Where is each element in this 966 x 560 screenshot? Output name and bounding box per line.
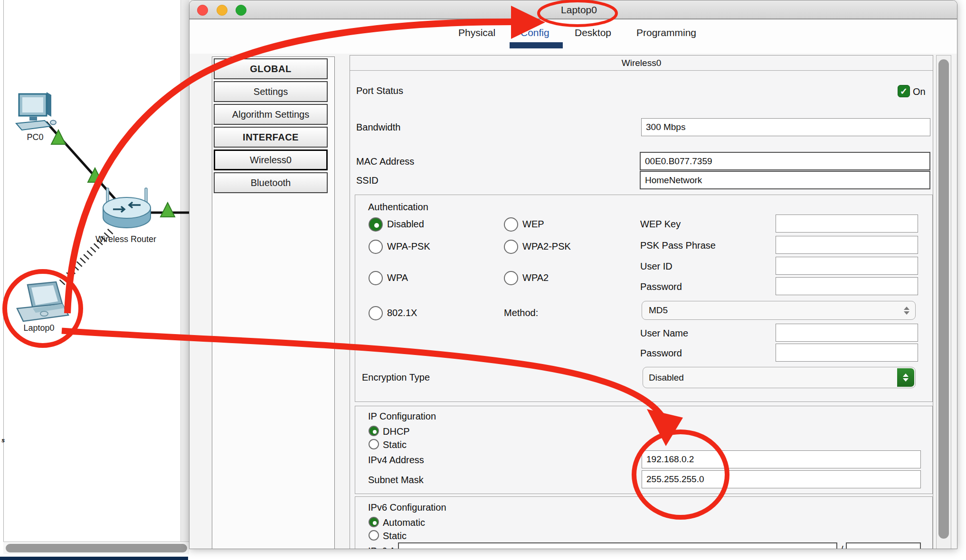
radio-label-wep: WEP [522, 219, 544, 230]
radio-auth-disabled[interactable] [369, 217, 383, 232]
sidebar-header-interface: INTERFACE [214, 127, 328, 148]
authentication-section: Authentication Disabled WEP WPA-PSK WPA2… [355, 195, 933, 402]
sidebar-item-wireless0[interactable]: Wireless0 [214, 149, 328, 170]
authentication-title: Authentication [368, 202, 428, 213]
link-status-triangle [51, 130, 66, 144]
password2-input[interactable] [776, 344, 918, 362]
radio-dhcp[interactable] [369, 426, 379, 436]
ipv4-address-label: IPv4 Address [368, 455, 424, 466]
select-chevrons-icon [897, 368, 914, 387]
psk-pass-phrase-input[interactable] [776, 236, 918, 254]
radio-ip-static[interactable] [369, 439, 379, 449]
panel-title: Wireless0 [350, 56, 933, 71]
user-name-label: User Name [640, 328, 688, 339]
encryption-type-select[interactable]: Disabled [643, 367, 916, 388]
tab-physical[interactable]: Physical [458, 27, 495, 38]
mac-address-label: MAC Address [356, 156, 414, 167]
radio-label-wpa-psk: WPA-PSK [387, 241, 430, 252]
tab-strip: Physical Config Desktop Programming [189, 19, 957, 54]
radio-auth-wpa2-psk[interactable] [504, 240, 518, 254]
method-select[interactable]: MD5 [642, 301, 916, 320]
config-vertical-scrollbar-thumb[interactable] [938, 59, 949, 539]
method-label: Method: [504, 308, 538, 318]
window-titlebar[interactable]: Laptop0 [189, 0, 957, 19]
password-input[interactable] [776, 277, 918, 295]
tab-config[interactable]: Config [521, 27, 549, 38]
radio-label-8021x: 802.1X [387, 308, 417, 318]
active-tab-underline [510, 42, 563, 48]
user-id-input[interactable] [776, 257, 918, 275]
wep-key-input[interactable] [776, 215, 918, 233]
password-label: Password [640, 281, 682, 292]
device-label-pc0: PC0 [27, 132, 43, 142]
device-pc0-icon[interactable] [16, 92, 56, 130]
ipv4-address-input[interactable]: 192.168.0.2 [642, 450, 921, 468]
device-label-laptop0: Laptop0 [23, 323, 54, 333]
subnet-mask-label: Subnet Mask [368, 475, 424, 485]
radio-label-ipv6-static: Static [383, 531, 407, 541]
sidebar-item-algorithm-settings[interactable]: Algorithm Settings [214, 104, 328, 125]
sidebar-header-global: GLOBAL [214, 58, 328, 79]
sidebar-item-settings[interactable]: Settings [214, 81, 328, 102]
subnet-mask-input[interactable]: 255.255.255.0 [642, 470, 921, 488]
tab-desktop[interactable]: Desktop [575, 27, 611, 38]
bandwidth-label: Bandwidth [356, 122, 400, 133]
ip-configuration-title: IP Configuration [368, 411, 436, 422]
password2-label: Password [640, 348, 682, 359]
screen: s PC0 Wireless Router [0, 0, 966, 560]
radio-label-dhcp: DHCP [383, 426, 410, 437]
device-label-wireless-router: Wireless Router [95, 234, 156, 244]
bandwidth-input[interactable]: 300 Mbps [641, 118, 930, 136]
radio-ipv6-static[interactable] [369, 530, 379, 541]
wireless0-config-panel: Wireless0 Port Status ✓ On Bandwidth 300… [350, 55, 933, 549]
radio-ipv6-automatic[interactable] [369, 517, 379, 527]
ipv6-address-input[interactable] [398, 542, 837, 549]
zoom-button[interactable] [236, 5, 246, 16]
radio-label-wpa2-psk: WPA2-PSK [522, 241, 571, 252]
device-laptop0-icon[interactable] [17, 282, 68, 321]
minimize-button[interactable] [217, 5, 227, 16]
close-button[interactable] [197, 5, 208, 16]
ssid-input[interactable]: HomeNetwork [640, 171, 930, 189]
radio-auth-wep[interactable] [504, 217, 518, 232]
ipv6-configuration-title: IPv6 Configuration [368, 502, 446, 513]
radio-auth-wpa[interactable] [369, 271, 383, 285]
radio-label-wpa: WPA [387, 272, 408, 283]
select-chevrons-icon [904, 301, 909, 319]
tab-programming[interactable]: Programming [636, 27, 696, 38]
ipv6-prefix-input[interactable] [846, 542, 921, 549]
config-sidebar: GLOBAL Settings Algorithm Settings INTER… [212, 56, 335, 549]
laptop0-config-window: Laptop0 Physical Config Desktop Programm… [189, 0, 957, 549]
sidebar-item-bluetooth[interactable]: Bluetooth [214, 172, 328, 193]
user-id-label: User ID [640, 261, 672, 272]
radio-label-disabled: Disabled [387, 219, 424, 230]
check-icon: ✓ [900, 86, 908, 97]
radio-auth-8021x[interactable] [369, 306, 383, 320]
port-status-label: Port Status [356, 85, 403, 96]
user-name-input[interactable] [776, 324, 918, 342]
method-select-value: MD5 [649, 305, 668, 316]
ip-configuration-section: IP Configuration DHCP Static IPv4 Addres… [355, 406, 933, 494]
stray-mark: s [1, 437, 5, 444]
radio-auth-wpa-psk[interactable] [369, 240, 383, 254]
link-status-triangle [161, 203, 175, 217]
port-status-checkbox[interactable]: ✓ [898, 85, 910, 97]
encryption-select-value: Disabled [649, 373, 684, 383]
psk-pass-phrase-label: PSK Pass Phrase [640, 240, 716, 251]
mac-address-input[interactable]: 00E0.B077.7359 [640, 152, 930, 170]
ssid-label: SSID [356, 175, 379, 186]
encryption-type-label: Encryption Type [362, 372, 430, 383]
window-title: Laptop0 [541, 4, 617, 16]
bottom-navy-bar [0, 557, 188, 560]
radio-auth-wpa2[interactable] [504, 271, 518, 285]
wep-key-label: WEP Key [640, 219, 681, 230]
config-vertical-scrollbar[interactable] [936, 55, 951, 549]
canvas-horizontal-scrollbar[interactable] [3, 541, 189, 554]
port-status-on-label: On [913, 86, 926, 97]
radio-label-ip-static: Static [383, 439, 407, 450]
canvas-horizontal-scrollbar-thumb[interactable] [6, 544, 187, 552]
ipv6-prefix-separator: / [841, 544, 843, 549]
radio-label-wpa2: WPA2 [522, 272, 549, 283]
network-topology: PC0 Wireless Router Laptop0 [0, 0, 199, 370]
radio-label-ipv6-automatic: Automatic [383, 517, 425, 528]
